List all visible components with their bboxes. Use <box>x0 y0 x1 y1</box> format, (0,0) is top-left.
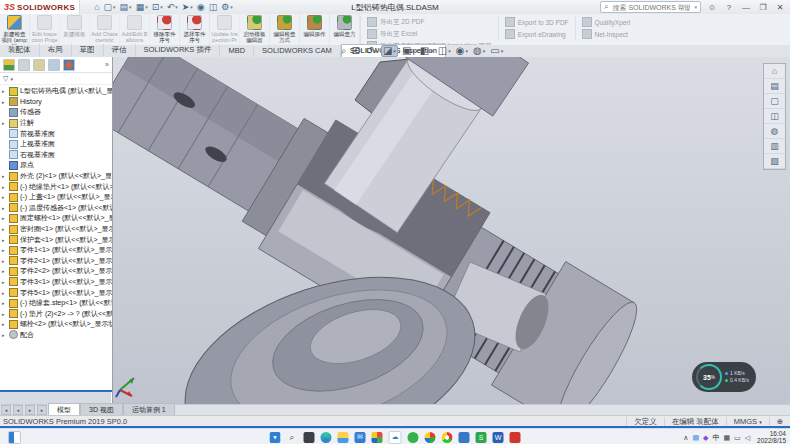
tree-item[interactable]: ▸固定螺栓<1> (默认<<默认>_显示 <box>0 213 112 224</box>
tree-item[interactable]: ▸(-) 垫片 (2)<2> -> ? (默认<<默认 <box>0 308 112 319</box>
new-document-icon[interactable]: ▢▾ <box>104 3 116 12</box>
tree-item[interactable]: ▸L型铝铸热电偶 (默认<默认_显示状态-1> <box>0 86 112 97</box>
tab-scroll-last-icon[interactable]: ▸ <box>37 405 47 415</box>
tree-item[interactable]: ▸密封圈<1> (默认<<默认>_显示状 <box>0 224 112 235</box>
ime-language-icon[interactable]: 中 <box>712 434 719 441</box>
home-icon[interactable]: ⌂ <box>94 3 99 12</box>
browser-360-icon[interactable] <box>425 432 436 443</box>
export-item[interactable]: 导出至 2D PDF <box>367 17 492 27</box>
apply-scene-button[interactable]: ◍▾ <box>472 46 486 56</box>
expand-arrow-icon[interactable]: ▸ <box>2 226 7 232</box>
units-selector[interactable]: MMGS ▾ <box>726 417 769 426</box>
widgets-icon[interactable] <box>8 431 21 444</box>
expand-arrow-icon[interactable]: ▸ <box>2 279 7 285</box>
tab-SOLIDWORKS CAM[interactable]: SOLIDWORKS CAM <box>254 45 341 57</box>
panel-chevron-icon[interactable]: » <box>105 61 109 68</box>
tree-item[interactable]: ▸(-) 绝缘垫片<1> (默认<<默认>_显 <box>0 181 112 192</box>
search-caret-icon[interactable]: ▾ <box>694 4 697 10</box>
tree-item[interactable]: ▸零件5<1> (默认<<默认>_显示状 <box>0 287 112 298</box>
expand-arrow-icon[interactable]: ▸ <box>2 88 7 94</box>
tab-布局[interactable]: 布局 <box>40 44 72 57</box>
solidworks-taskbar-icon[interactable] <box>510 432 521 443</box>
export-item[interactable]: Export eDrawing <box>505 29 569 39</box>
restore-button[interactable]: ❐ <box>757 3 769 12</box>
displaymanager-tab-icon[interactable] <box>63 59 75 71</box>
expand-arrow-icon[interactable]: ▸ <box>2 290 7 296</box>
tree-item[interactable]: ▸保护套<1> (默认<<默认>_显示状 <box>0 234 112 245</box>
hide-show-items-button[interactable]: ◫▾ <box>437 46 452 56</box>
dimxpert-tab-icon[interactable] <box>48 59 60 71</box>
zoom-fit-button[interactable]: ⌕ <box>340 46 348 56</box>
wps-icon[interactable]: S <box>476 432 487 443</box>
print-icon[interactable]: ⊡▾ <box>152 3 163 12</box>
view-settings-button[interactable]: ▭▾ <box>489 46 504 56</box>
help-search-box[interactable]: ⌕ ▾ <box>600 1 701 13</box>
store-icon[interactable] <box>372 432 383 443</box>
tab-SOLIDWORKS 插件[interactable]: SOLIDWORKS 插件 <box>136 44 221 57</box>
expand-arrow-icon[interactable]: ▸ <box>2 247 7 253</box>
expand-arrow-icon[interactable]: ▸ <box>2 237 7 243</box>
expand-arrow-icon[interactable]: ▸ <box>2 332 7 338</box>
tree-item[interactable]: ▸(-) 上盖<1> (默认<<默认>_显示状 <box>0 192 112 203</box>
tree-item[interactable]: ▸注解 <box>0 118 112 129</box>
appearances-scenes-icon[interactable]: ◍ <box>764 124 785 139</box>
file-explorer-icon[interactable]: ▢ <box>764 94 785 109</box>
save-icon[interactable]: ▦▾ <box>136 3 148 12</box>
chrome-icon[interactable] <box>442 432 453 443</box>
green-app-icon[interactable] <box>408 432 419 443</box>
tree-item[interactable]: ▸(-) 绝缘套.step<1> (默认<<默认 <box>0 298 112 309</box>
ribbon-button[interactable]: 编辑查方 <box>330 14 360 45</box>
propertymanager-tab-icon[interactable] <box>18 59 30 71</box>
expand-arrow-icon[interactable]: ▸ <box>2 184 7 190</box>
configuration-tab-icon[interactable] <box>33 59 45 71</box>
featuremanager-tab-icon[interactable] <box>3 59 15 71</box>
close-button[interactable]: ✕ <box>774 3 786 12</box>
ime-mode-icon[interactable]: ▦ <box>723 434 730 441</box>
tree-item[interactable]: 前视基准面 <box>0 128 112 139</box>
minimize-button[interactable]: — <box>740 3 752 12</box>
tree-item[interactable]: ▸零件1<1> (默认<<默认>_显示状态 <box>0 245 112 256</box>
tray-purple-icon[interactable]: ◆ <box>703 434 708 441</box>
display-tray-icon[interactable]: ▭ <box>734 434 741 441</box>
export-item[interactable]: Net-Inspect <box>582 29 631 39</box>
export-item[interactable]: 导出至 Excel <box>367 29 492 39</box>
view-palette-icon[interactable]: ◫ <box>764 109 785 124</box>
ribbon-button[interactable]: 选择零件序号 <box>180 14 210 45</box>
tree-item[interactable]: ▸零件2<2> (默认<<默认>_显示状 <box>0 266 112 277</box>
undo-icon[interactable]: ↶▾ <box>167 3 178 12</box>
select-icon[interactable]: ➤▾ <box>182 3 193 12</box>
tree-item[interactable]: ▸配合 <box>0 330 112 341</box>
viewport-canvas[interactable] <box>112 57 790 404</box>
tab-评估[interactable]: 评估 <box>104 44 136 57</box>
web-status-icon[interactable]: ⊕ <box>769 417 790 426</box>
expand-arrow-icon[interactable]: ▸ <box>2 173 7 179</box>
tree-filter-row[interactable]: ▽ ▾ <box>0 73 112 85</box>
tray-security-icon[interactable]: ▤ <box>692 434 699 441</box>
expand-arrow-icon[interactable]: ▸ <box>2 194 7 200</box>
file-properties-icon[interactable]: ◫ <box>209 3 218 12</box>
volume-icon[interactable]: ◁ <box>745 434 750 441</box>
options-icon[interactable]: ⚙▾ <box>221 3 233 12</box>
ribbon-button[interactable]: 编辑检查方式 <box>270 14 300 45</box>
tree-item[interactable]: 右视基准面 <box>0 150 112 161</box>
cad-model[interactable] <box>112 57 790 404</box>
display-style-button[interactable]: ◧▾ <box>419 46 434 56</box>
expand-arrow-icon[interactable]: ▸ <box>2 215 7 221</box>
taskbar-clock[interactable]: 16:042022/8/15 <box>754 430 786 444</box>
edge-icon[interactable] <box>321 432 332 443</box>
tree-item[interactable]: 原点 <box>0 160 112 171</box>
file-explorer-taskbar-icon[interactable] <box>338 432 349 443</box>
tree-item[interactable]: ▸螺栓<2> (默认<<默认>_显示状态 <box>0 319 112 330</box>
expand-arrow-icon[interactable]: ▸ <box>2 205 7 211</box>
search-button[interactable]: ⌕ <box>287 432 298 443</box>
expand-arrow-icon[interactable]: ▸ <box>2 300 7 306</box>
tree-item[interactable]: ▸零件3<1> (默认<<默认>_显示状 <box>0 277 112 288</box>
zoom-area-button[interactable]: ⊞ <box>351 46 361 56</box>
tree-item[interactable]: ▸(-) 温度传感器<1> (默认<<默认>_ <box>0 203 112 214</box>
tree-item[interactable]: 传感器 <box>0 107 112 118</box>
open-icon[interactable]: ▤▾ <box>120 3 132 12</box>
rebuild-icon[interactable]: ◉ <box>197 3 205 12</box>
word-icon[interactable]: W <box>493 432 504 443</box>
export-item[interactable]: Export to 3D PDF <box>505 17 569 27</box>
tree-item[interactable]: 上视基准面 <box>0 139 112 150</box>
